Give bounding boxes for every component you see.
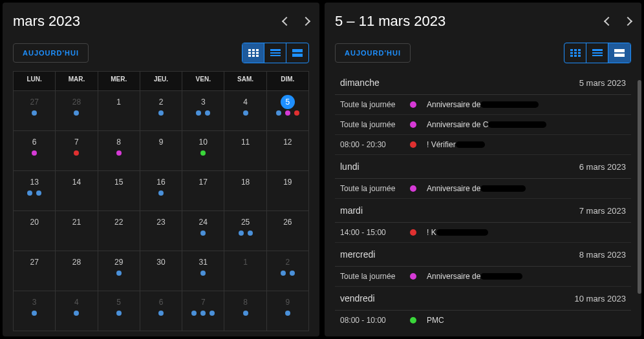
svg-rect-24	[592, 52, 603, 54]
redacted-text	[480, 185, 526, 192]
agenda-day-header: mercredi8 mars 2023	[335, 243, 631, 267]
calendar-day-cell[interactable]: 31	[182, 251, 224, 291]
calendar-day-cell[interactable]: 10	[182, 131, 224, 171]
calendar-day-cell[interactable]: 5	[98, 291, 140, 331]
calendar-day-cell[interactable]: 1	[224, 251, 266, 291]
calendar-day-cell[interactable]: 21	[56, 211, 98, 251]
view-toggle-agenda-list[interactable]	[286, 43, 308, 63]
day-number: 8	[112, 135, 126, 149]
event-dot	[116, 150, 122, 156]
event-title: Anniversaire de	[427, 272, 480, 281]
agenda-event[interactable]: Toute la journéeAnniversaire de	[335, 95, 631, 115]
calendar-day-cell[interactable]: 22	[98, 211, 140, 251]
calendar-day-cell[interactable]: 16	[140, 171, 182, 211]
calendar-day-cell[interactable]: 27	[14, 251, 56, 291]
calendar-day-cell[interactable]: 1	[98, 91, 140, 131]
agenda-event[interactable]: 14:00 - 15:00! K	[335, 223, 631, 243]
event-dot	[248, 231, 253, 236]
calendar-day-cell[interactable]: 5	[267, 91, 309, 131]
day-number: 14	[69, 175, 83, 189]
weekday-header: DIM.	[267, 72, 309, 91]
next-month-button[interactable]	[301, 17, 310, 26]
calendar-day-cell[interactable]: 4	[224, 91, 266, 131]
agenda-event[interactable]: Toute la journéeAnniversaire de	[335, 267, 631, 287]
day-number: 19	[281, 175, 295, 189]
view-toggle-agenda-list[interactable]	[608, 43, 630, 63]
scrollbar-thumb[interactable]	[638, 80, 641, 294]
calendar-day-cell[interactable]: 18	[224, 171, 266, 211]
prev-month-button[interactable]	[282, 17, 291, 26]
view-toggle-agenda-compact[interactable]	[586, 43, 608, 63]
agenda-day-name: mercredi	[340, 249, 375, 260]
day-number: 6	[154, 295, 168, 309]
view-toggle-agenda-compact[interactable]	[264, 43, 286, 63]
prev-week-button[interactable]	[604, 17, 613, 26]
event-dot	[200, 231, 206, 236]
calendar-day-cell[interactable]: 2	[267, 251, 309, 291]
calendar-day-cell[interactable]: 3	[182, 91, 224, 131]
calendar-day-cell[interactable]: 24	[182, 211, 224, 251]
calendar-day-cell[interactable]: 23	[140, 211, 182, 251]
svg-rect-14	[570, 49, 573, 51]
next-week-button[interactable]	[623, 17, 632, 26]
calendar-day-cell[interactable]: 13	[14, 171, 56, 211]
event-dots	[59, 150, 93, 156]
calendar-day-cell[interactable]: 28	[56, 251, 98, 291]
weekday-header: VEN.	[182, 72, 224, 91]
calendar-day-cell[interactable]: 7	[56, 131, 98, 171]
weekday-header: MER.	[98, 72, 140, 91]
day-number: 22	[112, 215, 126, 229]
event-dot	[32, 311, 37, 316]
month-calendar-panel: mars 2023 AUJOURD'HUI LUN.MAR.MER.JEU.VE…	[3, 3, 319, 336]
calendar-day-cell[interactable]: 29	[98, 251, 140, 291]
day-number: 28	[69, 255, 83, 269]
calendar-day-cell[interactable]: 26	[267, 211, 309, 251]
agenda-event[interactable]: Toute la journéeAnniversaire de	[335, 179, 631, 199]
agenda-day-header: dimanche5 mars 2023	[335, 71, 631, 95]
calendar-day-cell[interactable]: 20	[14, 211, 56, 251]
event-time: Toute la journée	[340, 120, 410, 129]
day-number: 4	[239, 95, 253, 109]
scrollbar[interactable]	[636, 80, 641, 331]
today-button[interactable]: AUJOURD'HUI	[335, 43, 411, 63]
calendar-day-cell[interactable]: 8	[98, 131, 140, 171]
day-number: 6	[27, 135, 41, 149]
event-color-dot	[410, 121, 416, 128]
view-toggle-month-grid[interactable]	[242, 43, 264, 63]
today-button[interactable]: AUJOURD'HUI	[13, 43, 89, 63]
calendar-day-cell[interactable]: 11	[224, 131, 266, 171]
calendar-day-cell[interactable]: 6	[140, 291, 182, 331]
event-dots	[102, 311, 136, 316]
calendar-day-cell[interactable]: 27	[14, 91, 56, 131]
agenda-day-name: vendredi	[340, 293, 375, 303]
calendar-day-cell[interactable]: 2	[140, 91, 182, 131]
calendar-day-cell[interactable]: 4	[56, 291, 98, 331]
agenda-event[interactable]: Toute la journéeAnniversaire de C	[335, 115, 631, 135]
agenda-list[interactable]: dimanche5 mars 2023Toute la journéeAnniv…	[335, 71, 631, 331]
calendar-day-cell[interactable]: 12	[267, 131, 309, 171]
calendar-day-cell[interactable]: 19	[267, 171, 309, 211]
event-time: Toute la journée	[340, 272, 410, 281]
day-number: 30	[154, 255, 168, 269]
calendar-day-cell[interactable]: 15	[98, 171, 140, 211]
calendar-day-cell[interactable]: 30	[140, 251, 182, 291]
calendar-day-cell[interactable]: 8	[224, 291, 266, 331]
event-time: 14:00 - 15:00	[340, 228, 410, 237]
day-number: 29	[112, 255, 126, 269]
day-number: 20	[27, 215, 41, 229]
agenda-event[interactable]: 08:00 - 20:30! Vérifier	[335, 135, 631, 155]
calendar-day-cell[interactable]: 9	[267, 291, 309, 331]
calendar-day-cell[interactable]: 3	[14, 291, 56, 331]
calendar-day-cell[interactable]: 25	[224, 211, 266, 251]
view-toggle-month-grid[interactable]	[564, 43, 586, 63]
calendar-day-cell[interactable]: 7	[182, 291, 224, 331]
svg-rect-12	[292, 49, 303, 52]
calendar-day-cell[interactable]: 17	[182, 171, 224, 211]
calendar-day-cell[interactable]: 14	[56, 171, 98, 211]
calendar-day-cell[interactable]: 6	[14, 131, 56, 171]
calendar-day-cell[interactable]: 9	[140, 131, 182, 171]
calendar-day-cell[interactable]: 28	[56, 91, 98, 131]
day-number: 12	[281, 135, 295, 149]
svg-rect-20	[570, 55, 573, 57]
agenda-event[interactable]: 08:00 - 10:00PMC	[335, 311, 631, 330]
